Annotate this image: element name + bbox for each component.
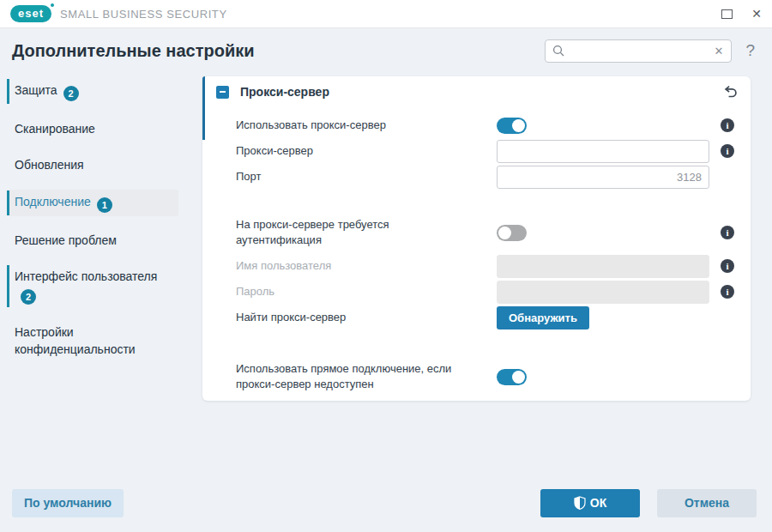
username-input: [497, 255, 709, 278]
sidebar-item-user-interface[interactable]: Интерфейс пользователя2: [7, 264, 178, 308]
row-auth-required: На прокси-сервере требуется аутентификац…: [202, 215, 751, 250]
setting-label: Пароль: [236, 284, 497, 299]
auth-required-toggle[interactable]: [497, 225, 527, 241]
cancel-button[interactable]: Отмена: [657, 489, 757, 517]
info-icon[interactable]: i: [721, 118, 734, 132]
badge: 2: [63, 86, 79, 101]
header: Дополнительные настройки ✕ ?: [0, 28, 772, 73]
password-input: [497, 281, 709, 304]
uac-shield-icon: [574, 496, 586, 510]
search-box[interactable]: ✕: [545, 39, 732, 63]
row-use-proxy: Использовать прокси-сервер i: [202, 112, 751, 138]
sidebar-item-scanning[interactable]: Сканирование: [7, 117, 178, 141]
sidebar-item-label: Сканирование: [15, 122, 95, 136]
search-input[interactable]: [570, 45, 713, 57]
setting-label: На прокси-сервере требуется аутентификац…: [236, 217, 497, 247]
sidebar-item-label: Настройки конфиденциальности: [15, 325, 136, 356]
proxy-server-input[interactable]: [497, 140, 709, 163]
setting-label: Порт: [236, 169, 497, 184]
info-icon[interactable]: i: [721, 144, 734, 158]
row-proxy-server: Прокси-сервер i: [202, 138, 751, 164]
detect-button[interactable]: Обнаружить: [497, 306, 589, 329]
product-name: SMALL BUSINESS SECURITY: [60, 8, 227, 21]
sidebar-item-privacy[interactable]: Настройки конфиденциальности: [7, 320, 178, 362]
maximize-icon[interactable]: [721, 9, 733, 19]
sidebar-item-label: Интерфейс пользователя: [15, 269, 157, 283]
titlebar: eset SMALL BUSINESS SECURITY ✕: [0, 0, 772, 28]
collapse-icon[interactable]: [216, 86, 229, 99]
sidebar-item-connection[interactable]: Подключение1: [7, 190, 178, 216]
section-title: Прокси-сервер: [240, 85, 329, 99]
sidebar-item-label: Защита: [15, 83, 57, 97]
setting-label: Использовать прямое подключение, если пр…: [236, 361, 497, 391]
settings-rows: Использовать прокси-сервер i Прокси-серв…: [202, 107, 751, 394]
close-icon[interactable]: ✕: [751, 8, 762, 20]
sidebar-item-updates[interactable]: Обновления: [7, 153, 178, 177]
help-icon[interactable]: ?: [745, 41, 755, 60]
setting-label: Использовать прокси-сервер: [236, 118, 497, 133]
info-icon[interactable]: i: [721, 285, 734, 299]
direct-connection-toggle[interactable]: [497, 369, 527, 385]
row-username: Имя пользователя i: [202, 253, 751, 279]
eset-logo-icon: eset: [10, 5, 51, 22]
ok-button-label: ОК: [590, 496, 606, 510]
badge: 2: [21, 289, 36, 305]
ok-button[interactable]: ОК: [540, 489, 640, 517]
clear-search-icon[interactable]: ✕: [714, 45, 725, 57]
undo-icon[interactable]: [723, 85, 739, 100]
row-detect-proxy: Найти прокси-сервер Обнаружить: [202, 305, 751, 330]
sidebar-item-troubleshooting[interactable]: Решение проблем: [7, 228, 178, 252]
sidebar-item-protection[interactable]: Защита2: [7, 78, 178, 105]
badge: 1: [97, 197, 112, 213]
setting-label: Найти прокси-сервер: [236, 310, 497, 325]
use-proxy-toggle[interactable]: [497, 118, 527, 134]
port-input[interactable]: [497, 166, 709, 189]
sidebar: Защита2 Сканирование Обновления Подключе…: [0, 76, 202, 374]
row-password: Пароль i: [202, 279, 751, 305]
page-title: Дополнительные настройки: [12, 41, 255, 61]
body: Защита2 Сканирование Обновления Подключе…: [0, 73, 772, 401]
setting-label: Имя пользователя: [236, 258, 497, 274]
default-button[interactable]: По умолчанию: [12, 489, 124, 517]
search-icon: [552, 45, 564, 57]
section-header: Прокси-сервер: [202, 76, 751, 107]
sidebar-item-label: Подключение: [15, 195, 91, 209]
footer: По умолчанию ОК Отмена: [0, 484, 772, 532]
eset-settings-window: eset SMALL BUSINESS SECURITY ✕ Дополните…: [0, 0, 772, 532]
sidebar-item-label: Обновления: [15, 158, 84, 172]
row-port: Порт: [202, 164, 751, 190]
row-direct-connection: Использовать прямое подключение, если пр…: [202, 360, 751, 394]
info-icon[interactable]: i: [721, 259, 734, 273]
setting-label: Прокси-сервер: [236, 143, 497, 159]
info-icon[interactable]: i: [721, 226, 734, 239]
sidebar-item-label: Решение проблем: [15, 233, 117, 247]
settings-panel: Прокси-сервер Использовать прокси-сервер…: [202, 76, 751, 401]
window-controls: ✕: [721, 8, 762, 20]
